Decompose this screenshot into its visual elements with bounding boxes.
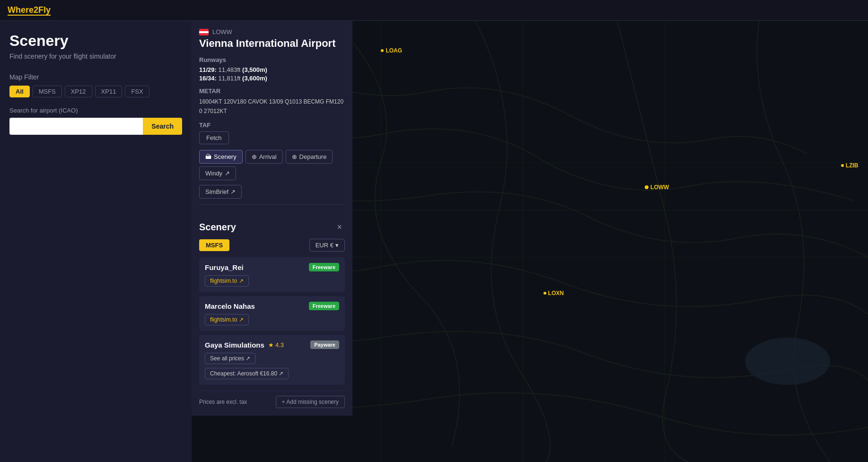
fetch-button[interactable]: Fetch (199, 131, 229, 144)
see-prices-button[interactable]: See all prices ↗ (205, 353, 255, 364)
filter-button-group: All MSFS XP12 XP11 FSX (9, 86, 182, 97)
scenery-button[interactable]: 🏔 Scenery (199, 150, 243, 164)
metar-text: 16004KT 120V180 CAVOK 13/09 Q1013 BECMG … (199, 97, 345, 115)
marker-label-loww: LOWW (650, 184, 669, 191)
filter-xp11[interactable]: XP11 (95, 86, 123, 97)
filter-xp12[interactable]: XP12 (65, 86, 92, 97)
airport-name: Vienna International Airport (199, 37, 345, 50)
scenery-item-1: Furuya_Rei Freeware flightsim.to ↗ (199, 257, 345, 292)
marker-dot-loww (645, 185, 649, 189)
scenery-panel-title: Scenery (199, 222, 236, 233)
store-link-1[interactable]: flightsim.to ↗ (205, 275, 249, 287)
divider (199, 204, 345, 205)
departure-icon: ⊕ (292, 153, 297, 160)
filter-fsx[interactable]: FSX (125, 86, 149, 97)
runway-2-m: (3,600m) (242, 75, 267, 82)
map-filter-label: Map Filter (9, 73, 182, 81)
taf-label: TAF (199, 122, 345, 129)
close-scenery-button[interactable]: × (334, 221, 345, 233)
page-title: Scenery (9, 32, 182, 50)
dropdown-icon: ▾ (335, 242, 339, 249)
icao-code: LOWW (212, 28, 232, 35)
freeware-badge-2: Freeware (309, 302, 339, 310)
runway-1-m: (3,500m) (242, 66, 267, 73)
scenery-tabs-row: MSFS EUR € ▾ (199, 239, 345, 252)
simbrief-external-icon: ↗ (230, 188, 236, 195)
filter-all[interactable]: All (9, 86, 30, 97)
sidebar: Scenery Find scenery for your flight sim… (0, 21, 192, 462)
prices-note: Prices are excl. tax (199, 399, 247, 405)
add-missing-button[interactable]: + Add missing scenery (276, 396, 345, 408)
main-layout: Scenery Find scenery for your flight sim… (0, 21, 868, 462)
scenery-item-3-header: Gaya Simulations ★ 4.3 Payware (205, 340, 339, 349)
scenery-author-1: Furuya_Rei (205, 263, 244, 271)
action-buttons: 🏔 Scenery ⊕ Arrival ⊕ Departure Windy ↗ (199, 150, 345, 180)
airport-info-panel: LOWW Vienna International Airport Runway… (192, 21, 352, 218)
marker-lzib[interactable]: LZIB (841, 162, 859, 169)
marker-dot-loag (381, 49, 384, 52)
windy-button[interactable]: Windy ↗ (199, 166, 236, 180)
runway-1-id: 11/29: (199, 66, 217, 73)
runways-label: Runways (199, 56, 345, 63)
runway-2-id: 16/34: (199, 75, 217, 82)
marker-loag[interactable]: LOAG (381, 47, 402, 54)
store-link-2[interactable]: flightsim.to ↗ (205, 314, 249, 325)
top-navigation: Where2Fly (0, 0, 868, 21)
msfs-tab[interactable]: MSFS (199, 239, 229, 251)
marker-label-loag: LOAG (386, 47, 402, 54)
marker-label-loxn: LOXN (548, 290, 564, 296)
scenery-icon: 🏔 (205, 153, 211, 160)
payware-badge-3: Payware (310, 340, 339, 349)
svg-point-1 (745, 338, 830, 385)
map-area[interactable]: LOAG LZIB LOWW LOXN LOWW Vienna Internat… (192, 21, 868, 462)
scenery-author-3: Gaya Simulations (205, 341, 264, 349)
metar-label: METAR (199, 87, 345, 95)
arrival-icon: ⊕ (252, 153, 257, 160)
search-row: Search (9, 118, 182, 135)
currency-selector[interactable]: EUR € ▾ (309, 239, 345, 252)
scenery-footer: Prices are excl. tax + Add missing scene… (199, 391, 345, 408)
external-link-icon: ↗ (225, 170, 230, 177)
airport-flag-row: LOWW (199, 28, 345, 35)
departure-button[interactable]: ⊕ Departure (286, 150, 333, 164)
search-label: Search for airport (ICAO) (9, 107, 182, 114)
scenery-item-2: Marcelo Nahas Freeware flightsim.to ↗ (199, 296, 345, 331)
marker-loxn[interactable]: LOXN (544, 290, 564, 296)
marker-dot-lzib (841, 164, 844, 167)
runway-1: 11/29: 11,483ft (3,500m) (199, 66, 345, 73)
star-icon: ★ (268, 341, 274, 349)
simbrief-button[interactable]: SimBrief ↗ (199, 185, 242, 199)
scenery-rating-3: ★ 4.3 (268, 341, 284, 349)
marker-label-lzib: LZIB (846, 162, 859, 169)
price-row-3: See all prices ↗ Cheapest: Aerosoft €16.… (205, 353, 339, 379)
scenery-panel: Scenery × MSFS EUR € ▾ Furuya_Rei Freewa… (192, 214, 352, 416)
scenery-panel-header: Scenery × (199, 221, 345, 233)
search-button[interactable]: Search (143, 118, 182, 135)
freeware-badge-1: Freeware (309, 263, 339, 271)
marker-dot-loxn (544, 292, 546, 295)
page-subtitle: Find scenery for your flight simulator (9, 52, 182, 60)
scenery-item-1-header: Furuya_Rei Freeware (205, 263, 339, 271)
cheapest-button[interactable]: Cheapest: Aerosoft €16.80 ↗ (205, 368, 289, 379)
app-logo[interactable]: Where2Fly (8, 5, 51, 15)
scenery-author-2: Marcelo Nahas (205, 302, 255, 310)
search-input[interactable] (9, 118, 143, 135)
scenery-item-3: Gaya Simulations ★ 4.3 Payware See all p… (199, 335, 345, 385)
marker-loww[interactable]: LOWW (645, 184, 669, 191)
taf-section: TAF Fetch (199, 122, 345, 144)
scenery-item-2-header: Marcelo Nahas Freeware (205, 302, 339, 310)
runway-2: 16/34: 11,811ft (3,600m) (199, 75, 345, 82)
country-flag (199, 29, 209, 35)
arrival-button[interactable]: ⊕ Arrival (245, 150, 283, 164)
filter-msfs[interactable]: MSFS (33, 86, 62, 97)
